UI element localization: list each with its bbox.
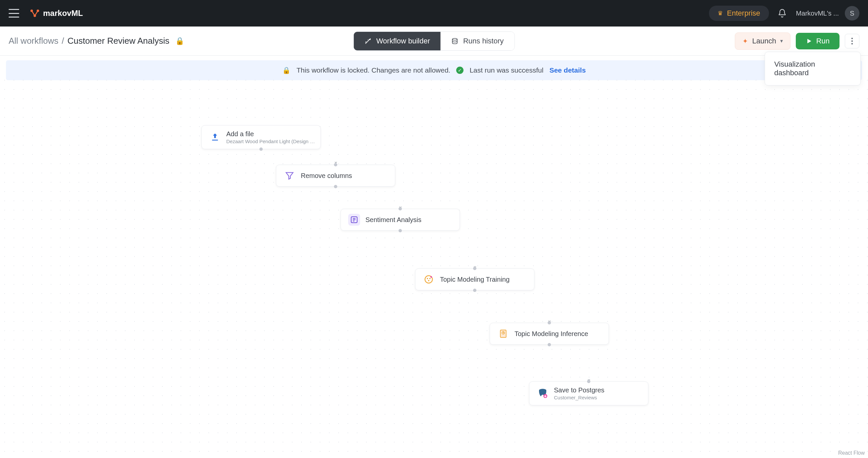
menu-toggle-button[interactable]: [9, 9, 19, 18]
run-button[interactable]: Run: [796, 33, 839, 50]
see-details-link[interactable]: See details: [549, 66, 586, 74]
visualization-dashboard-item[interactable]: Visualization dashboard: [765, 54, 860, 83]
brand-name: markovML: [43, 9, 83, 18]
output-port[interactable]: [473, 289, 476, 292]
react-flow-attribution: React Flow: [838, 450, 865, 456]
crown-icon: ♛: [718, 10, 723, 17]
notifications-icon[interactable]: [778, 9, 787, 18]
svg-point-10: [429, 278, 431, 279]
wand-icon: [365, 37, 372, 45]
svg-point-4: [851, 37, 853, 39]
output-port[interactable]: [334, 185, 337, 188]
node-add-file[interactable]: Add a file Dezaart Wood Pendant Light (D…: [202, 125, 321, 149]
postgres-icon: [537, 388, 549, 399]
tab-workflow-builder[interactable]: Workflow builder: [354, 32, 441, 50]
launch-button[interactable]: ✦ Launch ▾: [735, 32, 790, 50]
chevron-down-icon: ▾: [780, 38, 783, 44]
input-port[interactable]: [334, 163, 337, 166]
edge-layer: [0, 75, 99, 125]
org-name[interactable]: MarkovML's ...: [796, 10, 839, 17]
node-title: Topic Modeling Training: [440, 276, 509, 283]
toolbar-actions: ✦ Launch ▾ Run Visualization dashboard: [735, 32, 859, 50]
run-label: Run: [816, 37, 830, 45]
node-title: Topic Modeling Inference: [515, 330, 588, 338]
node-topic-modeling-training[interactable]: Topic Modeling Training: [415, 269, 534, 290]
workflow-canvas[interactable]: ⌄ ⌄ ⌄ ⌄ ⌄ Add a file Dezaart Wood Pendan…: [0, 75, 868, 458]
svg-point-6: [851, 43, 853, 44]
svg-point-12: [430, 276, 432, 278]
topbar: markovML ♛ Enterprise MarkovML's ... S: [0, 0, 868, 27]
enterprise-label: Enterprise: [727, 9, 760, 18]
output-port[interactable]: [399, 229, 402, 232]
tab-workflow-builder-label: Workflow builder: [376, 37, 430, 45]
breadcrumb-leaf: Customer Review Analysis: [67, 36, 169, 46]
node-sentiment-analysis[interactable]: Sentiment Analysis: [341, 209, 460, 231]
svg-point-11: [428, 280, 429, 281]
lock-icon: 🔒: [282, 66, 290, 74]
locked-message: This workflow is locked. Changes are not…: [297, 66, 451, 74]
node-title: Sentiment Analysis: [365, 216, 422, 224]
breadcrumb-root[interactable]: All workflows: [9, 36, 58, 46]
last-run-message: Last run was successful: [469, 66, 543, 74]
sparkle-icon: ✦: [742, 37, 748, 45]
node-subtitle: Dezaart Wood Pendant Light (Design Compa…: [226, 139, 316, 144]
input-port[interactable]: [399, 207, 402, 210]
play-icon: [806, 38, 812, 44]
tab-runs-history-label: Runs history: [463, 37, 503, 45]
lock-icon: 🔒: [175, 37, 184, 45]
more-actions-popover: Visualization dashboard: [765, 52, 861, 86]
page-toolbar: All workflows / Customer Review Analysis…: [0, 27, 868, 56]
launch-label: Launch: [752, 37, 776, 45]
input-port[interactable]: [473, 267, 476, 270]
topic-training-icon: [423, 273, 435, 285]
output-port[interactable]: [259, 148, 263, 151]
svg-point-5: [851, 40, 853, 42]
node-save-postgres[interactable]: Save to Postgres Customer_Reviews: [529, 381, 648, 405]
view-tabs: Workflow builder Runs history: [353, 31, 515, 51]
avatar[interactable]: S: [845, 6, 859, 21]
sentiment-icon: [348, 214, 360, 226]
node-title: Save to Postgres: [554, 387, 604, 394]
avatar-letter: S: [850, 10, 854, 17]
enterprise-badge[interactable]: ♛ Enterprise: [709, 6, 769, 21]
logo-mark-icon: [30, 8, 40, 18]
filter-icon: [284, 170, 296, 182]
more-actions-button[interactable]: [845, 34, 859, 49]
tab-runs-history[interactable]: Runs history: [441, 32, 514, 50]
dots-vertical-icon: [851, 37, 853, 45]
node-title: Remove columns: [301, 172, 352, 180]
breadcrumb: All workflows / Customer Review Analysis…: [9, 36, 184, 46]
breadcrumb-separator: /: [62, 36, 64, 46]
topic-inference-icon: [497, 328, 509, 340]
upload-icon: [209, 131, 221, 143]
node-title: Add a file: [226, 130, 316, 138]
brand-logo[interactable]: markovML: [30, 8, 83, 18]
node-topic-modeling-inference[interactable]: Topic Modeling Inference: [490, 323, 609, 345]
input-port[interactable]: [548, 321, 551, 325]
database-icon: [451, 37, 459, 45]
node-remove-columns[interactable]: Remove columns: [276, 165, 395, 187]
check-circle-icon: ✓: [456, 67, 464, 74]
svg-point-9: [427, 278, 428, 279]
node-subtitle: Customer_Reviews: [554, 395, 604, 400]
input-port[interactable]: [587, 380, 590, 383]
svg-point-3: [453, 38, 458, 40]
output-port[interactable]: [548, 343, 551, 346]
